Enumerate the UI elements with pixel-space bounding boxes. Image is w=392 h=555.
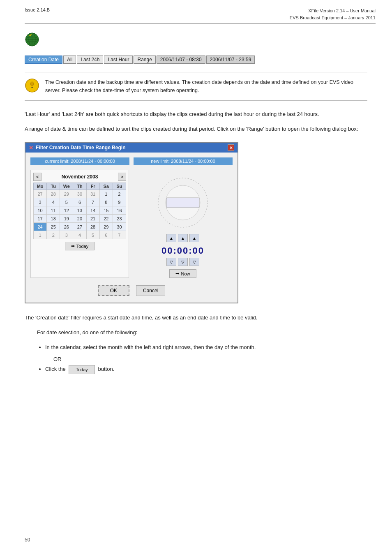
cal-day[interactable]: 4 [47, 198, 60, 206]
cal-day[interactable]: 28 [86, 223, 99, 231]
dialog-titlebar: ✕ Filter Creation Date Time Range Begin … [25, 143, 238, 153]
all-button[interactable]: All [63, 56, 76, 64]
filter-dialog: ✕ Filter Creation Date Time Range Begin … [25, 142, 238, 303]
cal-week-row: 24252627282930 [34, 223, 126, 231]
cal-header-fr: Fr [86, 183, 99, 190]
cal-day[interactable]: 27 [73, 223, 86, 231]
cal-day[interactable]: 3 [60, 231, 73, 239]
cal-day[interactable]: 11 [47, 206, 60, 215]
cal-day[interactable]: 3 [34, 198, 47, 206]
cal-day[interactable]: 24 [34, 223, 47, 231]
cal-day[interactable]: 8 [99, 198, 113, 206]
cal-day[interactable]: 14 [86, 206, 99, 215]
limit-row: current limit: 2008/11/24 - 00:00:00 new… [30, 157, 233, 165]
cal-day[interactable]: 5 [86, 231, 99, 239]
dialog-footer: OK Cancel [30, 282, 233, 298]
cal-day[interactable]: 27 [34, 190, 47, 198]
cal-week-row: 1234567 [34, 231, 126, 239]
cal-day[interactable]: 29 [99, 223, 113, 231]
cal-day[interactable]: 19 [60, 215, 73, 223]
hour-down-button[interactable]: ▽ [166, 258, 176, 266]
cal-day[interactable]: 6 [99, 231, 113, 239]
new-limit-label: new limit: 2008/11/24 - 00:00:00 [134, 157, 233, 165]
time-down-controls: ▽ ▽ ▽ [166, 258, 199, 266]
next-month-button[interactable]: > [118, 173, 126, 181]
cal-day[interactable]: 22 [99, 215, 113, 223]
cal-day[interactable]: 1 [34, 231, 47, 239]
cal-week-row: 10111213141516 [34, 206, 126, 215]
cal-day[interactable]: 13 [73, 206, 86, 215]
now-button[interactable]: ➡ Now [169, 269, 196, 278]
date-start-button[interactable]: 2006/11/07 - 08:30 [157, 56, 205, 64]
cal-day[interactable]: 30 [73, 190, 86, 198]
svg-rect-10 [166, 198, 199, 208]
dialog-body: current limit: 2008/11/24 - 00:00:00 new… [25, 153, 238, 303]
minute-up-button[interactable]: ▲ [178, 234, 188, 242]
page-header: Issue 2.14.B XFile Version 2.14 – User M… [0, 0, 392, 23]
cal-day[interactable]: 23 [113, 215, 126, 223]
cal-day[interactable]: 25 [47, 223, 60, 231]
cal-day[interactable]: 29 [60, 190, 73, 198]
cal-day[interactable]: 26 [60, 223, 73, 231]
bullet2-prefix: Click the [45, 366, 66, 372]
time-up-controls: ▲ ▲ ▲ [166, 234, 199, 242]
dialog-wrapper: ✕ Filter Creation Date Time Range Begin … [25, 142, 367, 303]
cal-day[interactable]: 16 [113, 206, 126, 215]
second-up-button[interactable]: ▲ [189, 234, 199, 242]
cal-day[interactable]: 30 [113, 223, 126, 231]
second-down-button[interactable]: ▽ [189, 258, 199, 266]
cal-header-sa: Sa [99, 183, 113, 190]
cal-day[interactable]: 28 [47, 190, 60, 198]
para1: 'Last Hour' and 'Last 24h' are both quic… [25, 110, 367, 119]
hour-up-button[interactable]: ▲ [166, 234, 176, 242]
bullet-list-2: Click the Today button. [45, 365, 367, 374]
cal-nav: < November 2008 > [33, 173, 126, 181]
clock-face [154, 174, 212, 231]
cal-day[interactable]: 15 [99, 206, 113, 215]
today-arrow-icon: ➡ [71, 243, 75, 249]
cal-day[interactable]: 20 [73, 215, 86, 223]
cal-day[interactable]: 10 [34, 206, 47, 215]
clock-svg [154, 174, 212, 231]
cal-day[interactable]: 2 [47, 231, 60, 239]
today-row: ➡ Today [33, 242, 126, 250]
cal-day[interactable]: 12 [60, 206, 73, 215]
ok-button[interactable]: OK [98, 285, 129, 296]
dialog-title-text: Filter Creation Date Time Range Begin [36, 145, 126, 150]
cal-day[interactable]: 21 [86, 215, 99, 223]
now-label: Now [181, 271, 190, 276]
cal-day[interactable]: 2 [113, 190, 126, 198]
today-button[interactable]: ➡ Today [65, 242, 95, 250]
cal-header-th: Th [73, 183, 86, 190]
creation-date-button[interactable]: Creation Date [25, 56, 62, 64]
last24h-button[interactable]: Last 24h [77, 56, 103, 64]
minute-down-button[interactable]: ▽ [178, 258, 188, 266]
bullet2-suffix: button. [98, 366, 114, 372]
cal-day[interactable]: 17 [34, 215, 47, 223]
bullet-list: In the calendar, select the month with t… [45, 343, 367, 352]
date-end-button[interactable]: 2006/11/07 - 23:59 [206, 56, 255, 64]
cal-day[interactable]: 9 [113, 198, 126, 206]
range-button[interactable]: Range [134, 56, 155, 64]
time-display: 00:00:00 [161, 245, 204, 256]
or-label: OR [53, 356, 367, 362]
cal-day[interactable]: 4 [73, 231, 86, 239]
today-label: Today [76, 244, 88, 249]
cal-day[interactable]: 7 [113, 231, 126, 239]
cal-day[interactable]: 6 [73, 198, 86, 206]
cal-day[interactable]: 5 [60, 198, 73, 206]
info-box: ! The Creation date and the backup time … [25, 72, 367, 101]
cal-day[interactable]: 7 [86, 198, 99, 206]
cal-header-row: Mo Tu We Th Fr Sa Su [34, 183, 126, 190]
cancel-button[interactable]: Cancel [136, 285, 165, 296]
lasthour-button[interactable]: Last Hour [104, 56, 133, 64]
cal-day[interactable]: 31 [86, 190, 99, 198]
cal-day[interactable]: 1 [99, 190, 113, 198]
manual-title: XFile Version 2.14 – User Manual EVS Bro… [290, 7, 376, 21]
cal-day[interactable]: 18 [47, 215, 60, 223]
prev-month-button[interactable]: < [33, 173, 42, 181]
issue-label: Issue 2.14.B [25, 7, 50, 21]
clock-area: ▲ ▲ ▲ 00:00:00 ▽ ▽ ▽ [133, 170, 233, 278]
svg-point-7 [30, 82, 34, 86]
dialog-close-button[interactable]: ✕ [228, 144, 234, 151]
